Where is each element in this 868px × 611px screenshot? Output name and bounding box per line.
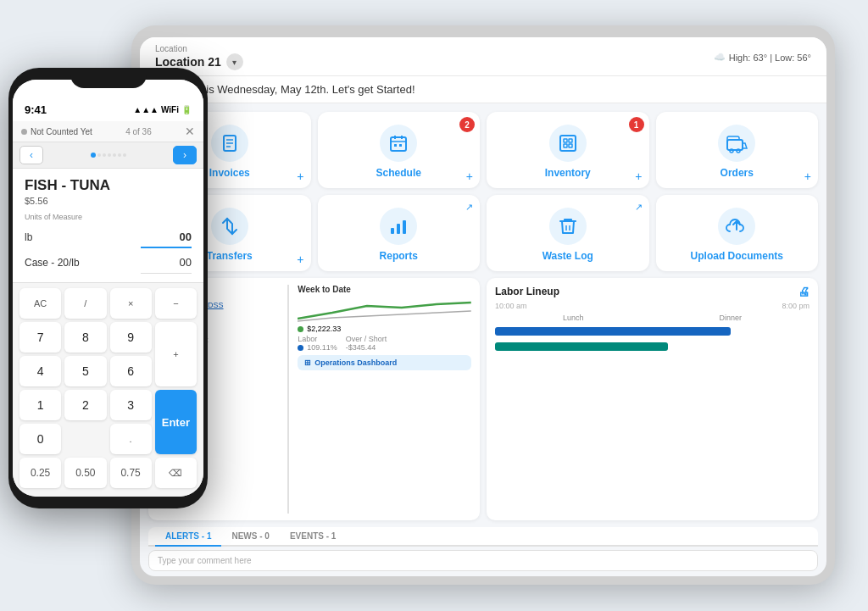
- tab-events[interactable]: EVENTS - 1: [280, 527, 346, 547]
- prev-button[interactable]: ‹: [19, 146, 43, 164]
- waste-log-icon: [549, 208, 587, 245]
- tabs-row: ALERTS - 1 NEWS - 0 EVENTS - 1: [148, 527, 818, 547]
- phone-header-bar: Not Counted Yet 4 of 36 ✕: [13, 121, 203, 142]
- key-1[interactable]: 1: [19, 390, 61, 420]
- orders-icon: [718, 125, 755, 162]
- wtd-labor-label: Labor 109.11%: [298, 335, 337, 352]
- item-price: $5.56: [25, 196, 192, 206]
- location-dropdown-button[interactable]: ▾: [226, 53, 243, 70]
- phone-notch: [70, 68, 147, 88]
- orders-label: Orders: [721, 167, 754, 179]
- key-ac[interactable]: AC: [19, 288, 61, 319]
- svg-rect-20: [403, 220, 406, 234]
- key-slash[interactable]: /: [64, 288, 106, 319]
- key-plus[interactable]: +: [155, 322, 197, 386]
- labor-meal-row: Lunch Dinner: [495, 314, 810, 322]
- nav-dot-active: [91, 153, 96, 158]
- transfers-add-button[interactable]: +: [297, 253, 303, 266]
- operations-dashboard-button[interactable]: ⊞ Operations Dashboard: [298, 355, 471, 370]
- invoices-add-button[interactable]: +: [297, 169, 303, 183]
- card-reports[interactable]: ↗ Reports: [318, 195, 481, 271]
- key-0-25[interactable]: 0.25: [19, 458, 61, 488]
- key-7[interactable]: 7: [19, 322, 61, 353]
- uom-section-label: Units of Measure: [25, 213, 192, 221]
- keypad-row-23: 7 8 9 + 4 5 6: [19, 322, 197, 386]
- labor-time-row: 10:00 am 8:00 pm: [495, 302, 810, 310]
- card-inventory[interactable]: 1 Inventory +: [487, 112, 649, 188]
- key-multiply[interactable]: ×: [110, 288, 152, 319]
- green-dot: [298, 326, 303, 332]
- dinner-label: Dinner: [719, 314, 742, 322]
- print-icon[interactable]: 🖨: [798, 285, 810, 298]
- key-2[interactable]: 2: [64, 390, 106, 420]
- schedule-add-button[interactable]: +: [466, 169, 473, 183]
- card-schedule[interactable]: 2 Schedule +: [318, 112, 481, 188]
- upload-documents-icon: [718, 208, 755, 245]
- tab-alerts[interactable]: ALERTS - 1: [155, 527, 221, 547]
- key-9[interactable]: 9: [110, 322, 152, 353]
- svg-rect-18: [391, 228, 394, 234]
- svg-rect-4: [391, 137, 406, 151]
- svg-rect-14: [569, 144, 572, 147]
- inventory-badge: 1: [629, 117, 644, 132]
- item-name: FISH - TUNA: [25, 177, 192, 194]
- key-5[interactable]: 5: [64, 356, 106, 386]
- waste-log-label: Waste Log: [542, 250, 593, 262]
- key-3[interactable]: 3: [110, 390, 152, 420]
- nav-dot-5: [118, 153, 121, 157]
- key-0[interactable]: 0: [19, 424, 61, 454]
- tab-news[interactable]: NEWS - 0: [221, 527, 279, 547]
- weather-info: ☁️ High: 63° | Low: 56°: [714, 52, 811, 63]
- phone-screen: 9:41 ▲▲▲ WiFi 🔋 Not Counted Yet 4 of 36 …: [13, 80, 203, 497]
- uom-name-case: Case - 20/lb: [25, 257, 80, 269]
- uom-input-lb[interactable]: [141, 226, 192, 248]
- nav-dots: [91, 153, 126, 158]
- card-upload-documents[interactable]: Upload Documents: [656, 195, 819, 271]
- orders-add-button[interactable]: +: [804, 169, 811, 183]
- phone-item-content: FISH - TUNA $5.56 Units of Measure lb Ca…: [13, 169, 203, 282]
- tablet-screen: Location Location 21 ▾ ☁️ High: 63° | Lo…: [140, 37, 826, 576]
- key-8[interactable]: 8: [64, 322, 106, 353]
- card-waste-log[interactable]: ↗ Waste Log: [487, 195, 649, 271]
- key-6[interactable]: 6: [110, 356, 152, 386]
- inventory-add-button[interactable]: +: [635, 169, 642, 183]
- close-icon[interactable]: ✕: [185, 125, 195, 138]
- svg-rect-10: [560, 136, 576, 151]
- card-orders[interactable]: Orders +: [656, 112, 819, 188]
- nav-dot-1: [97, 153, 101, 157]
- comment-placeholder: Type your comment here: [158, 556, 252, 565]
- invoices-label: Invoices: [209, 167, 250, 179]
- not-counted-label: Not Counted Yet: [31, 127, 92, 136]
- wtd-over-short: Over / Short -$345.44: [346, 335, 387, 352]
- next-button[interactable]: ›: [173, 146, 197, 164]
- keypad: AC / × − 7 8 9 + 4 5 6 1 2 3 Enter 0: [13, 282, 203, 497]
- transfers-label: Transfers: [207, 250, 253, 262]
- wtd-over-short-value: -$345.44: [346, 343, 387, 352]
- key-0-50[interactable]: 0.50: [64, 458, 106, 488]
- uom-rows: lb Case - 20/lb Bag (5lb): [25, 226, 192, 282]
- keypad-row-1: AC / × −: [19, 288, 197, 319]
- tabs-section: ALERTS - 1 NEWS - 0 EVENTS - 1 Type your…: [148, 527, 818, 571]
- labor-time-start: 10:00 am: [495, 302, 527, 310]
- key-enter[interactable]: Enter: [155, 390, 197, 454]
- comment-input[interactable]: Type your comment here: [148, 550, 818, 571]
- key-dot[interactable]: .: [110, 424, 152, 454]
- inventory-label: Inventory: [545, 167, 591, 179]
- wtd-total-sales-value: $2,222.33: [307, 325, 341, 333]
- uom-input-case[interactable]: [141, 252, 192, 274]
- phone-status-icons: ▲▲▲ WiFi 🔋: [133, 105, 192, 114]
- keypad-row-45: 1 2 3 Enter 0 .: [19, 390, 197, 454]
- transfers-icon: [211, 208, 248, 245]
- key-0-75[interactable]: 0.75: [110, 458, 152, 488]
- key-minus[interactable]: −: [155, 288, 197, 319]
- key-backspace[interactable]: ⌫: [155, 458, 197, 488]
- greeting-bar: 🏠 Today is Wednesday, May 12th. Let's ge…: [140, 76, 826, 103]
- key-4[interactable]: 4: [19, 356, 61, 386]
- svg-rect-13: [564, 144, 567, 147]
- inventory-icon: [549, 125, 587, 162]
- labor-time-end: 8:00 pm: [782, 302, 810, 310]
- labor-panel: Labor Lineup 🖨 10:00 am 8:00 pm Lunch Di…: [487, 278, 818, 520]
- phone-nav-row: ‹ ›: [13, 142, 203, 169]
- nav-dot-6: [123, 153, 126, 157]
- bottom-section: at Yesterday 📊 Complete DSS ⊗ Total Sale…: [148, 278, 818, 520]
